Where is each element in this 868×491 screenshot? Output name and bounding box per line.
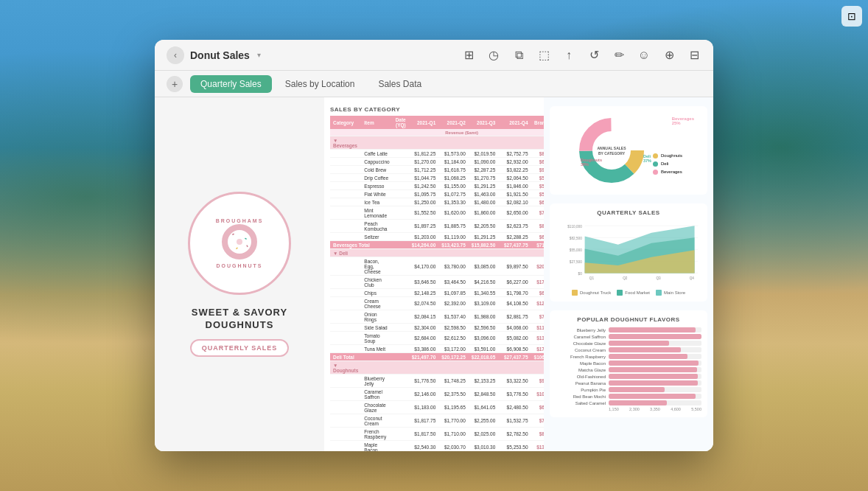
deli-total-row: Deli Total $21,497.70$20,172.25$22,018.0… bbox=[330, 353, 544, 361]
legend-dot-beverages bbox=[653, 170, 658, 175]
y-label-2: $82,500 bbox=[570, 237, 582, 240]
table-row: Cold Brew$1,712.25$1,618.75$2,287.25$3,8… bbox=[330, 166, 544, 174]
toolbar: ⊞ ◷ ⧉ ⬚ ↑ ↺ ✏ ☺ ⊕ ⊟ bbox=[461, 48, 701, 63]
left-panel: BROUGHAMS DOUGHNUTS SW bbox=[155, 97, 324, 451]
legend-food-market: Food Market bbox=[617, 290, 650, 296]
x-axis-label-4: 4,600 bbox=[671, 407, 681, 411]
table-row: Tuna Melt$3,386.00$3,172.00$3,591.00$6,9… bbox=[330, 345, 544, 353]
sub-header-spacer bbox=[330, 129, 393, 136]
back-button[interactable]: ‹ bbox=[167, 46, 184, 64]
beverages-label-outside: Beverages25% bbox=[672, 116, 694, 125]
quarterly-chart-title: QUARTERLY SALES bbox=[556, 209, 701, 216]
legend-text-food-market: Food Market bbox=[625, 290, 650, 295]
svg-rect-3 bbox=[232, 233, 234, 235]
legend-label-deli: Deli bbox=[661, 161, 668, 166]
undo-icon[interactable]: ↺ bbox=[587, 48, 601, 63]
legend-dot-deli bbox=[653, 161, 658, 167]
table-row: Mint Lemonade$1,552.50$1,620.00$1,860.00… bbox=[330, 206, 544, 220]
y-label-1: $110,000 bbox=[567, 225, 582, 229]
logo-top-text: BROUGHAMS bbox=[216, 218, 264, 223]
category-row-deli: ▼ Deli bbox=[330, 249, 544, 257]
pen-icon[interactable]: ✏ bbox=[612, 48, 626, 63]
th-category: Category bbox=[330, 116, 361, 129]
bar-caramel-saffron: Caramel Saffron bbox=[556, 334, 701, 339]
table-row: Chicken Club$3,646.50$3,464.50$4,216.50$… bbox=[330, 276, 544, 289]
tab-sales-data[interactable]: Sales Data bbox=[368, 75, 432, 93]
bar-blueberry-jelly: Blueberry Jelly bbox=[556, 327, 701, 332]
sub-header-empty bbox=[531, 129, 544, 136]
tab-quarterly-sales[interactable]: Quarterly Sales bbox=[190, 75, 272, 93]
camera-mode-icon[interactable]: ⬚ bbox=[536, 48, 551, 63]
bar-pumpkin-pie: Pumpkin Pie bbox=[556, 387, 701, 392]
bar-french-raspberry: French Raspberry bbox=[556, 354, 701, 359]
share-icon[interactable]: ↑ bbox=[561, 48, 576, 63]
table-row: Caramel Saffron$2,146.00$2,375.50$2,848.… bbox=[330, 388, 544, 401]
table-row: Onion Rings$2,084.15$1,537.40$1,988.00$2… bbox=[330, 310, 544, 324]
x-axis-label-2: 2,300 bbox=[629, 407, 640, 411]
table-title: SALES BY CATEGORY bbox=[330, 106, 538, 113]
tabs-bar: + Quarterly Sales Sales by Location Sale… bbox=[155, 71, 713, 97]
table-row: Tomato Soup$2,684.00$2,612.50$3,096.00$5… bbox=[330, 332, 544, 345]
beverages-total-row: Beverages Total $14,264.00$13,423.75$15,… bbox=[330, 241, 544, 249]
table-row: Cream Cheese$2,074.50$2,392.00$3,109.00$… bbox=[330, 297, 544, 310]
save-icon[interactable]: ⊟ bbox=[687, 48, 701, 63]
legend-box-main-store bbox=[656, 290, 662, 296]
donut-logo-svg bbox=[221, 223, 258, 260]
bar-matcha-glaze: Matcha Glaze bbox=[556, 367, 701, 372]
x-label-q3: Q3 bbox=[656, 276, 661, 280]
table-row: Seltzer$1,203.00$1,119.00$1,291.25$2,288… bbox=[330, 233, 544, 241]
svg-point-2 bbox=[237, 239, 242, 245]
logo-circle: BROUGHAMS DOUGHNUTS bbox=[188, 192, 291, 295]
table-row: French Raspberry$1,817.50$1,710.00$2,025… bbox=[330, 428, 544, 441]
x-axis-label-1: 1,150 bbox=[609, 407, 619, 411]
legend-text-doughnut-truck: Doughnut Truck bbox=[580, 290, 611, 295]
table-header-row-1: Category Item Date (YQ) 2021-Q1 2021-Q2 … bbox=[330, 116, 544, 129]
x-axis-labels: 1,150 2,300 3,350 4,600 5,500 bbox=[556, 407, 701, 411]
table-icon[interactable]: ⊞ bbox=[461, 48, 476, 63]
tab-sales-by-location[interactable]: Sales by Location bbox=[275, 75, 365, 93]
x-label-q1: Q1 bbox=[589, 276, 595, 280]
copy-icon[interactable]: ⧉ bbox=[511, 48, 526, 63]
table-row: Maple Bacon$2,540.30$2,030.70$3,010.30$5… bbox=[330, 441, 544, 452]
quarterly-chart-legend: Doughnut Truck Food Market Main Store bbox=[556, 290, 701, 296]
clock-icon[interactable]: ◷ bbox=[486, 48, 501, 63]
emoji-icon[interactable]: ☺ bbox=[637, 48, 651, 63]
legend-text-main-store: Main Store bbox=[664, 290, 685, 295]
donut-legend: Beverages25% Doughnuts Deli Beverages bbox=[653, 127, 682, 175]
bar-red-bean-mochi: Red Bean Mochi bbox=[556, 394, 701, 399]
logo-inner: BROUGHAMS DOUGHNUTS bbox=[216, 218, 264, 268]
legend-box-food-market bbox=[617, 290, 623, 296]
sub-header-revenue: Revenue ($amt) bbox=[393, 129, 531, 136]
table-row: Bacon, Egg, Cheese$4,170.00$3,780.00$3,0… bbox=[330, 257, 544, 276]
svg-rect-6 bbox=[246, 245, 248, 247]
center-panel[interactable]: SALES BY CATEGORY Category Item Date (YQ… bbox=[324, 97, 544, 451]
doughnuts-pct: Doughnuts38% bbox=[581, 158, 602, 167]
bar-chocolate-glaze: Chocolate Glaze bbox=[556, 341, 701, 346]
legend-doughnut-truck: Doughnut Truck bbox=[572, 290, 611, 296]
table-row: Espresso$1,242.50$1,155.00$1,291.25$1,84… bbox=[330, 182, 544, 190]
bar-old-fashioned: Old-Fashioned bbox=[556, 374, 701, 379]
store-name: SWEET & SAVORY DOUGHNUTS bbox=[192, 307, 287, 332]
cat-doughnuts-label: ▼ Doughnuts bbox=[330, 361, 361, 375]
table-row: Chocolate Glaze$1,183.00$1,195.65$1,641.… bbox=[330, 401, 544, 414]
bar-peanut-banana: Peanut Banana bbox=[556, 380, 701, 386]
table-sub-header-row: Revenue ($amt) bbox=[330, 129, 544, 136]
title-dropdown-arrow[interactable]: ▾ bbox=[257, 51, 261, 59]
titlebar: ‹ Donut Sales ▾ ⊞ ◷ ⧉ ⬚ ↑ ↺ ✏ ☺ ⊕ ⊟ bbox=[155, 40, 713, 71]
add-tab-button[interactable]: + bbox=[167, 76, 183, 92]
add-circle-icon[interactable]: ⊕ bbox=[662, 48, 676, 63]
logo-bottom-text: DOUGHNUTS bbox=[216, 263, 264, 268]
legend-item-deli: Deli bbox=[653, 161, 682, 167]
legend-item-doughnuts: Doughnuts bbox=[653, 153, 682, 159]
popular-flavors-section: POPULAR DOUGHNUT FLAVORS Blueberry Jelly… bbox=[550, 310, 707, 417]
sales-table: Category Item Date (YQ) 2021-Q1 2021-Q2 … bbox=[330, 116, 544, 451]
category-row-beverages: ▼ Beverages bbox=[330, 136, 544, 150]
th-date: Date (YQ) bbox=[393, 116, 409, 129]
bar-maple-bacon: Maple Bacon bbox=[556, 361, 701, 366]
th-q1: 2021-Q1 bbox=[409, 116, 439, 129]
document-title: Donut Sales bbox=[190, 49, 250, 61]
legend-dot-doughnuts bbox=[653, 153, 658, 159]
donut-chart-container: ANNUAL SALESBY CATEGORY Doughnuts38% Del… bbox=[557, 114, 700, 187]
svg-rect-5 bbox=[236, 247, 238, 249]
screenshot-icon[interactable]: ⊡ bbox=[841, 6, 862, 27]
